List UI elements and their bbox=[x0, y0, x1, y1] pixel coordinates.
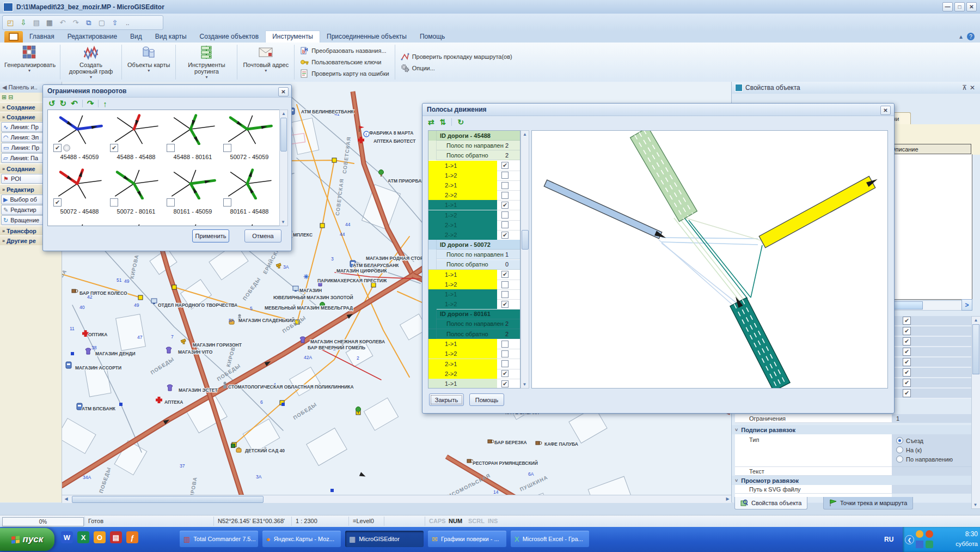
turn-checkbox[interactable]: ✔ bbox=[53, 198, 62, 207]
help-button[interactable]: Помощь bbox=[469, 393, 504, 406]
turn-restrictions-list[interactable]: ✔45488 - 45059✔45488 - 4548845488 - 8016… bbox=[47, 110, 280, 226]
lane-checkbox[interactable]: ✔ bbox=[501, 162, 509, 169]
tab-Вид[interactable]: Вид bbox=[124, 31, 149, 43]
lane-row[interactable]: 1->1 bbox=[428, 339, 520, 349]
turn-restriction-cell[interactable]: 80161 - 45059 bbox=[166, 168, 220, 220]
map-hscroll-thumb[interactable] bbox=[72, 496, 264, 503]
junction-road[interactable] bbox=[544, 180, 661, 239]
lane-row[interactable]: 1->1✔ bbox=[428, 379, 520, 389]
panel-vscrollbar[interactable]: ▲▼ bbox=[971, 316, 980, 509]
person-poi-icon[interactable] bbox=[223, 382, 226, 389]
lanes-link-icon[interactable]: ⇄ bbox=[428, 118, 434, 126]
lane-checkbox[interactable] bbox=[501, 341, 509, 348]
info-poi-icon[interactable]: i bbox=[364, 131, 369, 137]
lane-checkbox[interactable]: ✔ bbox=[501, 202, 509, 209]
radio-icon[interactable] bbox=[896, 446, 903, 453]
turns-scroll-thumb[interactable] bbox=[280, 118, 287, 151]
atm-poi-icon[interactable] bbox=[66, 362, 71, 368]
undo-icon[interactable]: ↶ bbox=[57, 17, 68, 28]
copy-icon[interactable]: ⧉ bbox=[83, 17, 94, 28]
turn-checkbox[interactable] bbox=[223, 198, 231, 207]
lane-row[interactable]: Полос обратно0 bbox=[428, 260, 520, 270]
turn-restriction-cell[interactable]: ✔45488 - 45488 bbox=[109, 113, 163, 166]
taskbar-task-4[interactable]: ✉Графики поверки - ... bbox=[428, 531, 506, 547]
outlook-icon[interactable]: O bbox=[94, 531, 106, 543]
turn-restriction-cell[interactable]: 50072 - 80161 bbox=[109, 168, 163, 220]
lane-checkbox[interactable] bbox=[501, 221, 509, 228]
red-app-icon[interactable]: ▤ bbox=[110, 531, 122, 543]
split-turn-icon[interactable]: ↷ bbox=[87, 99, 94, 108]
row-text-value[interactable] bbox=[892, 467, 971, 476]
lane-row[interactable]: 1->2 bbox=[428, 210, 520, 221]
row-checkbox[interactable]: ✔ bbox=[903, 317, 911, 325]
print-icon[interactable]: ▦ bbox=[44, 17, 55, 28]
lanes-scroll-thumb[interactable] bbox=[522, 230, 529, 250]
lane-checkbox[interactable]: ✔ bbox=[501, 232, 509, 239]
turn-checkbox[interactable]: ✔ bbox=[110, 144, 118, 152]
scroll-down-icon[interactable]: ▼ bbox=[522, 381, 528, 387]
turn-checkbox[interactable] bbox=[110, 198, 118, 207]
lane-row[interactable]: 2->1 bbox=[428, 180, 520, 191]
minimize-button[interactable]: — bbox=[942, 2, 953, 11]
radio-icon[interactable] bbox=[896, 437, 903, 444]
taskbar-task-3[interactable]: ▦MicroGISEditor bbox=[345, 531, 424, 547]
redo-icon[interactable]: ↷ bbox=[70, 17, 81, 28]
turn-checkbox[interactable] bbox=[223, 144, 231, 152]
lane-row[interactable]: 1->2 bbox=[428, 171, 520, 181]
section-junction-labels[interactable]: ˅Подписи развязок bbox=[732, 425, 971, 434]
turns-dialog-close-icon[interactable]: ✕ bbox=[278, 87, 289, 96]
tab-Вид карты[interactable]: Вид карты bbox=[149, 31, 193, 43]
map-node[interactable] bbox=[320, 223, 324, 228]
minimize-ribbon-icon[interactable]: ▴ bbox=[959, 33, 963, 40]
lane-row[interactable]: 1->2✔ bbox=[428, 299, 520, 310]
tab-Инструменты[interactable]: Инструменты bbox=[265, 31, 320, 43]
turn-checkbox[interactable]: ✔ bbox=[53, 144, 62, 152]
lane-row[interactable]: 1->1 bbox=[428, 289, 520, 300]
radio-option[interactable]: По направлению bbox=[896, 454, 971, 464]
lane-checkbox[interactable] bbox=[501, 182, 509, 189]
lane-row[interactable]: ID дороги - 80161 bbox=[428, 310, 520, 319]
scroll-right-icon[interactable]: > bbox=[961, 299, 972, 311]
lane-row[interactable]: Полос по направлен2 bbox=[428, 319, 520, 329]
junction-road[interactable] bbox=[759, 176, 875, 247]
lanes-junction-diagram[interactable] bbox=[531, 130, 888, 389]
straight-icon[interactable]: ↑ bbox=[103, 99, 107, 108]
excel-icon[interactable]: X bbox=[77, 531, 89, 543]
turns-list-scrollbar[interactable]: ▲ ▼ bbox=[279, 110, 288, 226]
uturn-right-icon[interactable]: ↻ bbox=[60, 99, 67, 108]
tab-Создание объектов[interactable]: Создание объектов bbox=[193, 31, 266, 43]
lane-row[interactable]: Полос по направлен2 bbox=[428, 141, 520, 150]
turn-restriction-cell[interactable]: 50072 - 45059 bbox=[222, 113, 277, 166]
scroll-up-icon[interactable]: ▲ bbox=[521, 131, 529, 137]
taskbar-task-1[interactable]: ▥Total Commander 7.5... bbox=[180, 531, 258, 547]
lane-checkbox[interactable] bbox=[501, 192, 509, 199]
tray-collapse-icon[interactable]: ❮ bbox=[905, 535, 914, 544]
panel-scroll-thumb[interactable] bbox=[972, 324, 979, 374]
lane-checkbox[interactable]: ✔ bbox=[501, 370, 509, 377]
scroll-up-icon[interactable]: ▲ bbox=[972, 317, 980, 323]
apply-button[interactable]: Применить bbox=[192, 229, 229, 242]
help-icon[interactable]: ? bbox=[967, 33, 975, 40]
lane-row[interactable]: 2->2✔ bbox=[428, 230, 520, 240]
tab-Главная[interactable]: Главная bbox=[23, 31, 61, 43]
cancel-button[interactable]: Отмена bbox=[244, 229, 281, 242]
lane-row[interactable]: Полос по направлен1 bbox=[428, 250, 520, 259]
shirt-poi-icon[interactable] bbox=[166, 347, 171, 353]
keys-hscrollbar[interactable] bbox=[887, 300, 972, 311]
map-node[interactable] bbox=[71, 352, 74, 355]
uturn-left-icon[interactable]: ↺ bbox=[48, 99, 56, 108]
tree-collapse-icon[interactable]: ⊟ bbox=[8, 94, 13, 100]
lane-row[interactable]: ID дороги - 50072 bbox=[428, 240, 520, 250]
language-indicator[interactable]: RU bbox=[884, 536, 893, 543]
map-node[interactable] bbox=[332, 158, 336, 162]
ribbon-button-routing[interactable]: Инструменты роутинга▾ bbox=[177, 43, 236, 82]
tab-object-properties[interactable]: Свойства объекта bbox=[734, 497, 807, 509]
application-button[interactable] bbox=[4, 31, 23, 43]
lane-row[interactable]: ID дороги - 45488 bbox=[428, 131, 520, 141]
row-svg-path-value[interactable] bbox=[892, 485, 971, 494]
lanes-table[interactable]: ID дороги - 45488Полос по направлен2Поло… bbox=[428, 130, 520, 389]
lane-checkbox[interactable]: ✔ bbox=[501, 271, 509, 278]
ribbon-button-objects[interactable]: Объекты карты▾ bbox=[123, 43, 174, 82]
tab-Помощь[interactable]: Помощь bbox=[413, 31, 451, 43]
row-checkbox[interactable]: ✔ bbox=[903, 379, 911, 387]
